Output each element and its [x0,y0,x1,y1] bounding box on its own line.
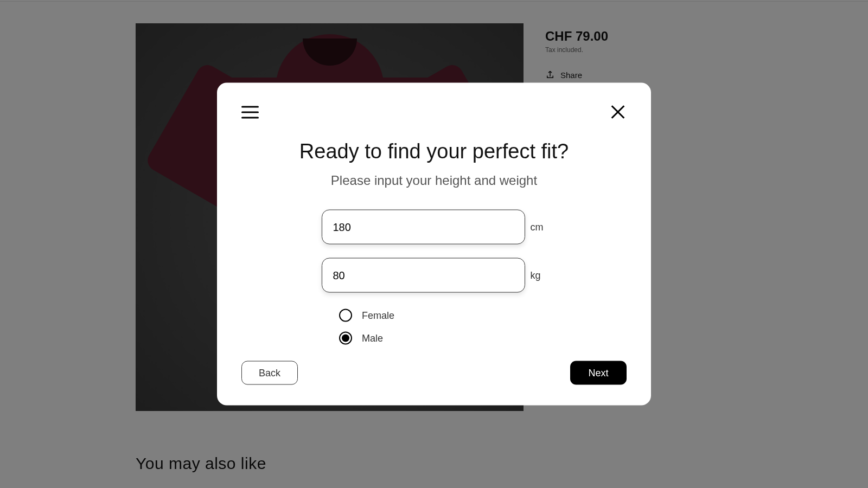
back-button[interactable]: Back [241,361,298,385]
modal-title: Ready to find your perfect fit? [241,140,627,163]
modal-subtitle: Please input your height and weight [241,173,627,188]
radio-male[interactable]: Male [339,332,627,345]
size-finder-modal: Ready to find your perfect fit? Please i… [217,83,651,406]
radio-label-female: Female [362,310,394,321]
next-button[interactable]: Next [570,361,627,385]
close-icon[interactable] [609,104,627,121]
radio-female[interactable]: Female [339,309,627,322]
radio-circle-female [339,309,352,322]
weight-input-row: kg [241,258,627,293]
hamburger-icon[interactable] [241,106,259,118]
radio-label-male: Male [362,332,383,344]
weight-input[interactable] [322,258,525,293]
height-input-row: cm [241,210,627,245]
weight-unit: kg [531,269,547,281]
modal-header [241,104,627,121]
modal-footer: Back Next [241,361,627,385]
gender-radio-group: Female Male [339,309,627,345]
height-unit: cm [531,221,547,233]
radio-circle-male [339,332,352,345]
height-input[interactable] [322,210,525,245]
